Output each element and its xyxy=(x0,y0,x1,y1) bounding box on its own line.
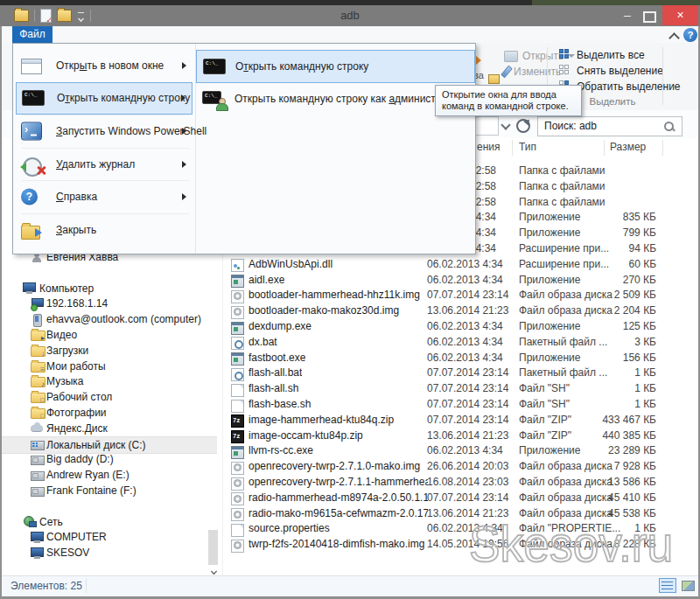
file-row[interactable]: flash-all.bat07.07.2014 23:14Пакетный фа… xyxy=(224,366,696,381)
ribbon-group-separator xyxy=(662,47,663,105)
file-date: 07.07.2014 23:14 xyxy=(427,491,496,506)
select-all-icon xyxy=(558,48,572,62)
file-size: 3 КБ xyxy=(572,335,656,351)
search-value: Поиск: adb xyxy=(544,120,597,132)
file-row[interactable]: bootloader-hammerhead-hhz11k.img07.07.20… xyxy=(224,288,696,303)
file-name: AdbWinUsbApi.dll xyxy=(248,257,332,273)
column-header-type[interactable]: Тип xyxy=(519,141,536,153)
file-row[interactable]: openrecovery-twrp-2.7.1.0-mako.img26.06.… xyxy=(224,459,696,475)
sidebar-scrollbar-thumb[interactable] xyxy=(208,530,218,565)
search-icon[interactable] xyxy=(664,122,674,131)
file-row[interactable]: radio-hammerhead-m8974a-2.0.50.1.17.i...… xyxy=(224,491,696,506)
folder-icon[interactable] xyxy=(14,10,29,22)
file-date: 07.07.2014 23:14 xyxy=(427,413,496,428)
file-row[interactable]: dx.bat06.02.2013 4:34Пакетный файл ...3 … xyxy=(224,335,696,351)
help-icon[interactable]: ? xyxy=(683,28,697,42)
menu-item[interactable]: Закрыть xyxy=(16,213,192,247)
folder-icon[interactable] xyxy=(57,10,72,22)
folder-video-icon xyxy=(31,331,46,341)
menu-item[interactable]: Запустить Windows PowerShell xyxy=(16,115,192,148)
ribbon-tab-strip xyxy=(2,26,698,43)
edit-button[interactable]: Изменить xyxy=(504,65,561,79)
minimize-button[interactable]: – xyxy=(617,7,638,24)
column-separator[interactable] xyxy=(604,140,605,156)
file-row[interactable]: flash-all.sh07.07.2014 23:14Файл "SH"1 К… xyxy=(224,381,696,397)
maximize-button[interactable] xyxy=(643,11,656,23)
sidebar-item[interactable]: 192.168.1.14 xyxy=(2,296,220,311)
close-folder-icon xyxy=(21,226,40,240)
file-name: dx.bat xyxy=(248,335,277,351)
img-file-icon xyxy=(231,462,244,475)
toolbar-separator xyxy=(90,10,91,22)
sidebar-item[interactable]: Frank Fontaine (F:) xyxy=(2,483,220,498)
menu-item[interactable]: Справка xyxy=(16,180,192,213)
menu-item[interactable]: Открыть командную строку xyxy=(16,82,192,115)
computer-icon xyxy=(23,282,36,294)
refresh-icon[interactable] xyxy=(516,119,530,133)
sidebar-item[interactable]: Видео xyxy=(2,327,220,343)
file-row[interactable]: image-occam-ktu84p.zip13.06.2014 21:23Фа… xyxy=(224,428,696,444)
submenu-item[interactable]: Открыть командную строку как администрат… xyxy=(196,83,475,116)
details-view-button[interactable] xyxy=(659,578,676,593)
menu-item[interactable]: Открыть в новом окне xyxy=(16,49,192,82)
file-row[interactable]: flash-base.sh07.07.2014 23:14Файл "SH"1 … xyxy=(224,397,696,413)
file-size: 125 КБ xyxy=(572,319,656,335)
file-row[interactable]: llvm-rs-cc.exe06.02.2013 4:34Приложение2… xyxy=(224,443,696,459)
submenu-item[interactable]: Открыть командную строку xyxy=(196,50,475,83)
tab-file[interactable]: Файл xyxy=(12,26,52,43)
exe-file-icon xyxy=(231,352,244,366)
sidebar-item-label: Frank Fontaine (F:) xyxy=(46,483,136,498)
sidebar-item[interactable]: Компьютер xyxy=(2,281,220,296)
file-row[interactable]: aidl.exe06.02.2013 4:34Приложение270 КБ xyxy=(224,273,696,289)
large-icons-view-button[interactable] xyxy=(679,578,696,593)
file-type: Файл "SH" xyxy=(519,397,570,413)
file-row[interactable]: AdbWinUsbApi.dll06.02.2013 4:34Расширени… xyxy=(224,257,696,273)
network-icon xyxy=(23,516,36,527)
sidebar-item[interactable]: Сеть xyxy=(2,514,220,530)
new-window-icon xyxy=(21,59,42,74)
file-row[interactable]: fastboot.exe06.02.2013 4:34Приложение156… xyxy=(224,351,696,366)
sidebar-item[interactable]: Фотографии xyxy=(2,405,220,421)
file-row[interactable]: dexdump.exe06.02.2013 4:34Приложение125 … xyxy=(224,319,696,335)
sidebar-item[interactable]: COMPUTER xyxy=(2,529,220,545)
file-row[interactable]: bootloader-mako-makoz30d.img13.06.2014 2… xyxy=(224,303,696,319)
search-input[interactable]: Поиск: adb xyxy=(537,116,682,136)
img-file-icon xyxy=(231,540,244,553)
device-icon xyxy=(31,314,44,325)
toolbar-dropdown-icon[interactable] xyxy=(77,11,85,20)
clear-selection-button[interactable]: Снять выделение xyxy=(558,64,663,78)
document-check-icon[interactable] xyxy=(40,9,52,23)
file-name: flash-all.bat xyxy=(248,366,302,381)
column-header-date[interactable]: ения xyxy=(477,141,500,153)
select-all-button[interactable]: Выделить все xyxy=(558,48,645,62)
file-row[interactable]: image-hammerhead-ktu84q.zip07.07.2014 23… xyxy=(224,413,696,428)
column-separator[interactable] xyxy=(512,140,513,156)
sidebar-item[interactable]: ehavva@outlook.com (computer) xyxy=(2,311,220,327)
submenu-arrow-icon xyxy=(182,193,186,200)
file-size: 1 КБ xyxy=(572,397,656,413)
sidebar-item[interactable]: Andrew Ryan (E:) xyxy=(2,467,220,483)
file-name: flash-base.sh xyxy=(248,397,311,413)
file-date: 16.08.2014 23:03 xyxy=(427,475,496,491)
sidebar-item[interactable]: Рабочий стол xyxy=(2,389,220,405)
file-row[interactable]: openrecovery-twrp-2.7.1.1-hammerhead...1… xyxy=(224,475,696,491)
file-type: Приложение xyxy=(519,210,580,226)
column-header-size[interactable]: Размер xyxy=(610,141,646,153)
computer-icon xyxy=(31,532,44,543)
sidebar-item-label: Видео xyxy=(46,327,77,343)
help-icon xyxy=(21,189,38,205)
menu-item[interactable]: Удалить журнал xyxy=(16,148,192,181)
sidebar-item[interactable]: SKESOV xyxy=(2,545,220,561)
sidebar-item[interactable]: Загрузки xyxy=(2,343,220,359)
sidebar-item[interactable]: Мои работы xyxy=(2,359,220,374)
file-name: flash-all.sh xyxy=(248,381,298,397)
file-size: 23 289 КБ xyxy=(572,443,656,459)
close-button[interactable]: × xyxy=(662,5,698,25)
sidebar-item-label: Загрузки xyxy=(46,343,88,359)
sidebar-item[interactable]: Big daddy (D:) xyxy=(2,451,220,467)
sidebar-item[interactable]: Яндекс.Диск xyxy=(2,421,220,436)
folder-pictures-icon xyxy=(31,408,46,419)
sidebar-item-label: Сеть xyxy=(39,514,63,530)
column-separator[interactable] xyxy=(662,140,663,156)
sidebar-item[interactable]: Музыка xyxy=(2,373,220,389)
